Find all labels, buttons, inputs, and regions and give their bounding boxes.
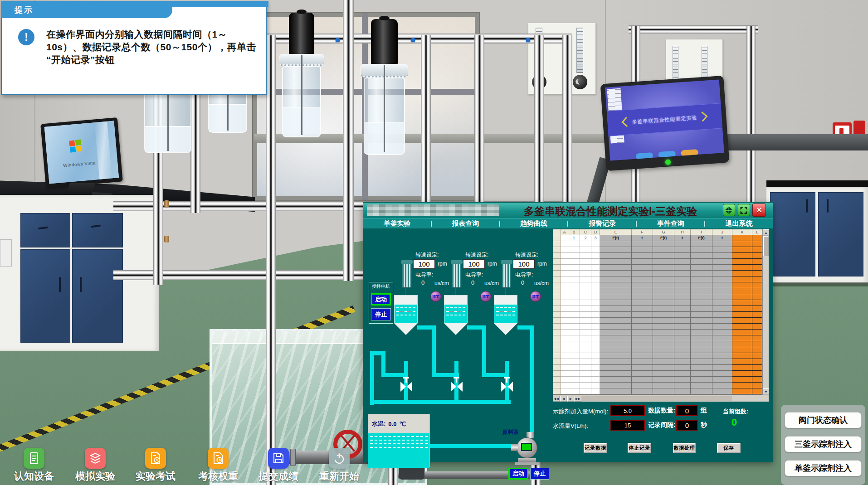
drain-valve-icon[interactable] <box>400 382 412 392</box>
nav-prev-icon[interactable]: ◀ <box>560 396 567 402</box>
menu-exit-system[interactable]: 退出系统 <box>705 219 773 228</box>
table-cell <box>561 377 568 383</box>
data-count-label: 数据数量: <box>648 407 676 415</box>
table-cell <box>580 383 591 388</box>
shrink-window-button[interactable]: ◢◣◥◤ <box>723 204 735 216</box>
menu-trend-curve[interactable]: 趋势曲线 <box>500 219 568 228</box>
table-cell <box>632 271 653 276</box>
cabinet-drawer <box>72 213 123 247</box>
table-cell <box>653 324 674 330</box>
stirrer-start-button[interactable]: 启动 <box>371 293 391 306</box>
data-count-input[interactable] <box>676 405 698 416</box>
expand-window-button[interactable]: ◤◥◣◢ <box>738 204 750 216</box>
tracer-amount-input[interactable] <box>610 405 645 416</box>
table-cell <box>691 388 712 394</box>
toolbar-item-simulation[interactable]: 模拟实验 <box>61 448 129 483</box>
toolbar-item-submit[interactable]: 提交成绩 <box>244 448 312 483</box>
nav-first-icon[interactable]: ◀◀ <box>553 396 560 402</box>
toolbar-item-exam[interactable]: 实验考试 <box>122 448 190 483</box>
clear-button-1[interactable]: 清零 <box>430 291 441 302</box>
table-cell <box>712 241 732 247</box>
single-kettle-tracer-button[interactable]: 单釜示踪剂注入 <box>785 460 862 476</box>
table-cell <box>752 306 762 312</box>
table-cell: H <box>674 229 691 235</box>
table-cell <box>691 330 712 335</box>
menu-report-query[interactable]: 报表查询 <box>432 219 499 228</box>
horizontal-scrollbar[interactable]: ◀◀ ◀ ▶ ▶▶ <box>553 395 769 402</box>
chevron-left-icon <box>621 117 632 127</box>
menu-single-kettle[interactable]: 单釜实验 <box>363 219 431 228</box>
table-cell: t <box>712 235 732 241</box>
table-cell <box>568 271 580 276</box>
pump-stop-button[interactable]: 停止 <box>530 468 549 480</box>
toolbar-item-device[interactable]: 认知设备 <box>0 448 68 483</box>
nav-next-icon[interactable]: ▶ <box>567 396 574 402</box>
table-cell <box>732 353 752 359</box>
table-cell <box>653 241 674 247</box>
drain-valve-icon[interactable] <box>501 382 513 392</box>
table-cell <box>691 365 712 371</box>
table-cell <box>561 259 568 265</box>
touchscreen-screen[interactable]: 多釜串联混合性能测定实验 <box>605 79 724 160</box>
drain-valve-icon[interactable] <box>451 382 463 392</box>
table-cell <box>553 330 561 335</box>
table-cell <box>561 365 568 371</box>
water-temp-readout: 水温: 0.0 ℃ <box>368 414 429 433</box>
scroll-thumb[interactable] <box>763 236 769 256</box>
data-grid[interactable]: ABCDEFGHIJKL123E(t)tE(t)tE(t)t <box>553 229 762 395</box>
table-cell <box>553 335 561 341</box>
table-cell <box>568 241 580 247</box>
table-cell <box>600 306 632 312</box>
table-cell <box>553 383 561 388</box>
table-cell <box>561 359 568 365</box>
data-process-button[interactable]: 数据处理 <box>673 443 696 453</box>
table-cell <box>553 353 561 359</box>
clear-button-3[interactable]: 清零 <box>530 291 541 302</box>
scroll-thumb[interactable] <box>582 396 731 401</box>
table-cell <box>580 312 591 318</box>
table-cell <box>632 259 653 265</box>
stop-record-button[interactable]: 停止记录 <box>628 443 651 453</box>
valve-status-confirm-button[interactable]: 阀门状态确认 <box>785 412 862 428</box>
table-cell <box>553 294 561 300</box>
save-button[interactable]: 保存 <box>717 443 741 453</box>
table-cell <box>591 312 600 318</box>
cabinet-shadow <box>768 282 868 286</box>
table-cell <box>732 259 752 265</box>
table-cell <box>568 312 580 318</box>
record-interval-input[interactable] <box>676 420 698 431</box>
speed-input-1[interactable] <box>413 259 435 269</box>
three-kettle-tracer-button[interactable]: 三釜示踪剂注入 <box>785 436 862 452</box>
speed-input-3[interactable] <box>513 259 535 269</box>
tube-connector <box>336 38 340 42</box>
water-flow-input[interactable] <box>610 420 645 431</box>
table-cell: L <box>752 229 762 235</box>
table-cell <box>674 253 691 259</box>
toolbar-item-restart[interactable]: 重新开始 <box>305 448 373 483</box>
menu-event-query[interactable]: 事件查询 <box>637 219 704 228</box>
pump-start-button[interactable]: 启动 <box>508 468 528 480</box>
nav-last-icon[interactable]: ▶▶ <box>575 396 581 402</box>
record-data-button[interactable]: 记录数据 <box>584 443 607 453</box>
table-cell <box>553 282 561 288</box>
table-cell <box>691 253 712 259</box>
window-titlebar[interactable]: 多釜串联混合性能测定实验I-三釜实验 ◢◣◥◤ ◤◥◣◢ ✕ <box>363 203 773 218</box>
clear-button-2[interactable]: 清零 <box>480 291 491 302</box>
kiosk-button[interactable] <box>658 151 676 158</box>
close-window-button[interactable]: ✕ <box>752 204 766 217</box>
speed-input-2[interactable] <box>463 259 485 269</box>
table-cell <box>591 388 600 394</box>
stirrer-stop-button[interactable]: 停止 <box>371 308 391 320</box>
frame-post <box>343 0 354 281</box>
table-cell <box>691 341 712 347</box>
menu-alarm-record[interactable]: 报警记录 <box>568 219 636 228</box>
kiosk-button[interactable] <box>635 152 653 160</box>
table-cell <box>553 259 561 265</box>
table-cell <box>591 265 600 271</box>
scroll-down-icon[interactable]: ▼ <box>763 388 769 395</box>
scroll-up-icon[interactable]: ▲ <box>763 229 769 236</box>
vertical-scrollbar[interactable]: ▲ ▼ <box>762 229 769 395</box>
monitor-stand <box>66 183 95 195</box>
kiosk-button[interactable] <box>681 149 698 156</box>
toolbar-item-weight[interactable]: 考核权重 <box>184 448 252 483</box>
